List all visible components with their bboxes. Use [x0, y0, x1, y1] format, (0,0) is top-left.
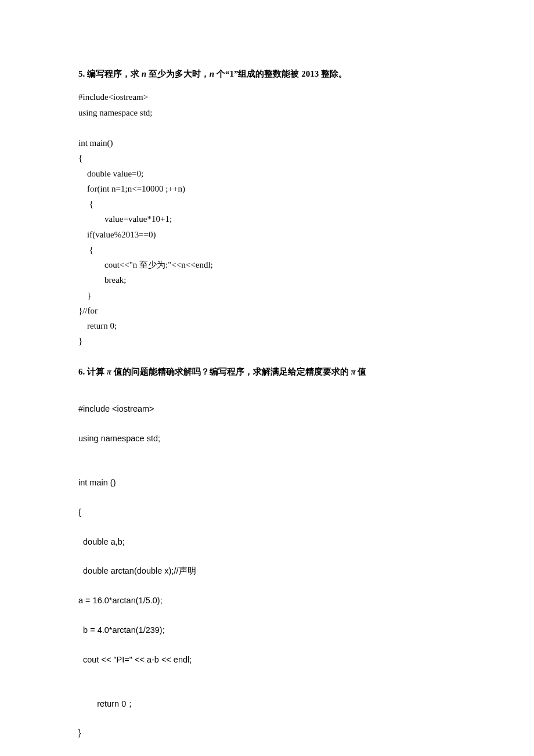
q6-heading-pre: 6. 计算 [78, 367, 107, 376]
code-line: return 0； [78, 697, 456, 711]
code-line: b = 4.0*arctan(1/239); [78, 623, 456, 638]
q5-heading-mid2: 个“1”组成的整数能被 2013 整除。 [214, 69, 347, 78]
q5-code: #include<iostream> using namespace std; … [78, 89, 456, 348]
q6-heading-end: 值 [356, 367, 367, 376]
code-line: } [78, 726, 456, 740]
q5-heading-pre: 5. 编写程序，求 [78, 69, 142, 78]
code-line: int main () [78, 476, 456, 490]
q6-heading-mid: 值的问题能精确求解吗？编写程序，求解满足给定精度要求的 [111, 367, 351, 376]
code-line: a = 16.0*arctan(1/5.0); [78, 593, 456, 608]
code-text: double arctan(double x);// [78, 566, 179, 575]
q6-pi-2: π [351, 367, 355, 376]
q5-var-2: n [210, 69, 214, 78]
q6-code: #include <iostream> using namespace std;… [78, 387, 456, 756]
document-page: 5. 编写程序，求 n 至少为多大时，n 个“1”组成的整数能被 2013 整除… [0, 0, 534, 756]
code-line: { [78, 505, 456, 520]
code-line: cout << "PI=" << a-b << endl; [78, 653, 456, 667]
q6-heading: 6. 计算 π 值的问题能精确求解吗？编写程序，求解满足给定精度要求的 π 值 [78, 364, 456, 379]
code-line: double arctan(double x);//声明 [78, 564, 456, 578]
q6-pi-1: π [107, 367, 111, 376]
code-line: double a,b; [78, 535, 456, 549]
q5-heading: 5. 编写程序，求 n 至少为多大时，n 个“1”组成的整数能被 2013 整除… [78, 66, 456, 81]
q5-heading-mid: 至少为多大时， [146, 69, 210, 78]
code-line: #include <iostream> [78, 402, 456, 416]
code-line: using namespace std; [78, 431, 456, 446]
code-comment: 声明 [179, 566, 196, 575]
q5-var-1: n [142, 69, 146, 78]
